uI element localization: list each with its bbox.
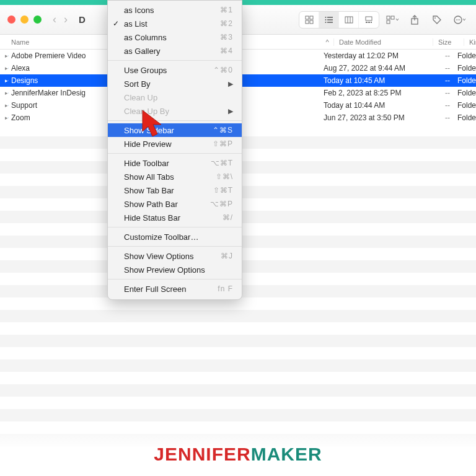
svg-rect-15 xyxy=(368,22,370,23)
menu-item[interactable]: Show Sidebar⌃⌘S xyxy=(108,123,242,137)
file-date: Jun 27, 2023 at 3:50 PM xyxy=(314,113,419,122)
menu-item-label: Show Sidebar xyxy=(124,126,174,135)
menu-shortcut: ⌘J xyxy=(221,252,233,260)
sort-indicator[interactable]: ^ xyxy=(321,38,333,46)
file-kind: Folde xyxy=(450,51,476,60)
menu-item[interactable]: ✓as List⌘2 xyxy=(108,17,242,30)
minimize-window-button[interactable] xyxy=(20,15,29,24)
menu-item[interactable]: Use Groups⌃⌘0 xyxy=(108,63,242,77)
svg-rect-19 xyxy=(391,16,394,19)
menu-separator xyxy=(108,153,242,154)
window-controls xyxy=(7,15,42,24)
file-size: -- xyxy=(419,89,450,97)
svg-rect-3 xyxy=(310,20,313,24)
column-header-kind[interactable]: Kind xyxy=(464,38,476,46)
file-date: Aug 27, 2022 at 9:44 AM xyxy=(314,64,419,73)
file-date: Feb 2, 2023 at 8:25 PM xyxy=(314,89,419,97)
menu-shortcut: fn F xyxy=(218,284,233,293)
svg-rect-2 xyxy=(306,20,309,24)
menu-item: Clean Up By▶ xyxy=(108,104,242,118)
svg-point-7 xyxy=(325,17,326,18)
svg-rect-10 xyxy=(345,17,353,23)
view-columns-button[interactable] xyxy=(339,12,359,28)
menu-item[interactable]: Show View Options⌘J xyxy=(108,249,242,263)
menu-shortcut: ⌘3 xyxy=(220,33,233,42)
svg-point-9 xyxy=(325,22,326,23)
menu-shortcut: ⌘4 xyxy=(220,46,233,55)
menu-item-label: as Columns xyxy=(124,33,167,42)
menu-shortcut: ⌃⌘0 xyxy=(213,66,233,74)
menu-item[interactable]: as Gallery⌘4 xyxy=(108,44,242,58)
svg-rect-18 xyxy=(387,20,390,24)
file-size: -- xyxy=(419,113,450,122)
menu-item[interactable]: Show Path Bar⌥⌘P xyxy=(108,197,242,211)
file-kind: Folde xyxy=(450,101,476,110)
menu-item[interactable]: as Icons⌘1 xyxy=(108,3,242,17)
back-button[interactable]: ‹ xyxy=(51,13,58,26)
menu-item[interactable]: Show Preview Options xyxy=(108,263,242,276)
menu-item-label: Customize Toolbar… xyxy=(124,232,198,242)
svg-rect-1 xyxy=(310,16,313,19)
more-actions-button[interactable] xyxy=(450,12,469,28)
svg-rect-0 xyxy=(306,16,309,19)
view-gallery-button[interactable] xyxy=(359,12,379,28)
menu-item[interactable]: Show All Tabs⇧⌘\ xyxy=(108,170,242,183)
view-icons-button[interactable] xyxy=(299,12,319,28)
svg-point-26 xyxy=(459,19,461,20)
menu-item-label: Clean Up By xyxy=(124,107,169,116)
fullscreen-window-button[interactable] xyxy=(33,15,42,24)
svg-point-24 xyxy=(456,19,457,20)
column-header-date[interactable]: Date Modified xyxy=(333,38,433,46)
group-by-button[interactable] xyxy=(383,12,402,28)
menu-shortcut: ⌥⌘P xyxy=(210,200,233,208)
menu-item-label: Enter Full Screen xyxy=(124,284,186,294)
menu-shortcut: ⇧⌘T xyxy=(213,186,233,195)
menu-item-label: Use Groups xyxy=(124,66,167,75)
menu-item[interactable]: Hide Preview⇧⌘P xyxy=(108,137,242,151)
view-mode-group xyxy=(299,11,379,29)
menu-item-label: Show View Options xyxy=(124,252,194,261)
menu-item-label: Show Preview Options xyxy=(124,265,205,275)
forward-button[interactable]: › xyxy=(63,13,69,26)
column-header-size[interactable]: Size xyxy=(433,38,464,46)
svg-point-25 xyxy=(457,19,459,20)
file-kind: Folde xyxy=(450,76,476,85)
menu-separator xyxy=(108,120,242,121)
file-date: Yesterday at 12:02 PM xyxy=(314,51,419,60)
file-size: -- xyxy=(419,101,450,110)
view-list-button[interactable] xyxy=(319,12,339,28)
menu-item[interactable]: Hide Status Bar⌘/ xyxy=(108,211,242,224)
menu-item-label: Hide Status Bar xyxy=(124,213,180,223)
share-button[interactable] xyxy=(405,12,424,28)
svg-rect-16 xyxy=(371,22,372,23)
file-size: -- xyxy=(419,64,450,73)
menu-item-label: Hide Toolbar xyxy=(124,159,169,168)
svg-rect-14 xyxy=(366,22,368,23)
close-window-button[interactable] xyxy=(7,15,15,24)
menu-separator xyxy=(108,279,242,280)
file-size: -- xyxy=(419,76,450,85)
menu-item-label: Show Path Bar xyxy=(124,200,178,209)
file-date: Today at 10:44 AM xyxy=(314,101,419,110)
menu-item-label: Show All Tabs xyxy=(124,172,174,182)
menu-shortcut: ⌃⌘S xyxy=(213,126,233,134)
tags-button[interactable] xyxy=(428,12,446,28)
file-kind: Folde xyxy=(450,113,476,122)
svg-rect-17 xyxy=(387,16,390,19)
svg-point-22 xyxy=(434,17,436,19)
menu-item[interactable]: Hide Toolbar⌥⌘T xyxy=(108,156,242,170)
file-kind: Folde xyxy=(450,89,476,97)
menu-item[interactable]: Customize Toolbar… xyxy=(108,230,242,244)
menu-item[interactable]: Enter Full Screenfn F xyxy=(108,282,242,296)
watermark-brand: JENNIFERMAKER xyxy=(0,444,476,465)
menu-shortcut: ⌥⌘T xyxy=(211,159,233,167)
menu-item-label: Show Tab Bar xyxy=(124,186,174,195)
menu-shortcut: ⌘1 xyxy=(220,6,233,14)
menu-item-label: as Gallery xyxy=(124,46,161,56)
menu-item[interactable]: Show Tab Bar⇧⌘T xyxy=(108,183,242,197)
menu-item[interactable]: Sort By▶ xyxy=(108,77,242,90)
menu-item-label: as Icons xyxy=(124,6,154,15)
window-title: D xyxy=(79,14,86,25)
menu-item: Clean Up xyxy=(108,90,242,104)
menu-item[interactable]: as Columns⌘3 xyxy=(108,30,242,44)
